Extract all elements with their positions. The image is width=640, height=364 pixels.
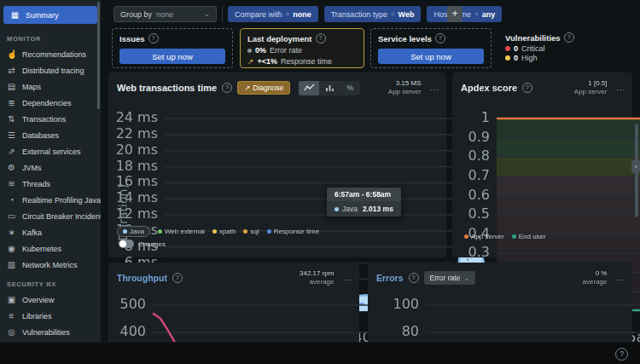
legend-label: Response time	[274, 228, 319, 235]
panel-menu-button[interactable]: ...	[616, 274, 625, 282]
legend-item-response-time[interactable]: Response time	[267, 228, 319, 235]
apdex-summary-label: App server	[574, 88, 608, 96]
help-icon[interactable]: ?	[148, 33, 159, 43]
sidebar: ▦SummaryMONITOR☝Recommendations⇄Distribu…	[0, 0, 101, 364]
critical-dot-icon	[505, 46, 510, 51]
help-icon[interactable]: ?	[435, 33, 445, 43]
help-icon[interactable]: ?	[522, 83, 532, 93]
help-button[interactable]: ?	[615, 348, 628, 361]
sidebar-item-kafka[interactable]: ∗Kafka	[0, 224, 101, 240]
apdex-summary: 1 [0.5] App server	[574, 79, 608, 97]
filter-pill-host-name[interactable]: Host name=any	[427, 6, 502, 22]
sidebar-item-circuit-breaker-incidents[interactable]: ▭Circuit Breaker Incidents	[0, 208, 101, 224]
panel-menu-button[interactable]: ...	[430, 84, 439, 92]
summary-icon: ▦	[10, 10, 20, 20]
apdex-title: Apdex score	[461, 83, 517, 93]
high-dot-icon	[505, 55, 510, 61]
legend-item-java[interactable]: Java	[117, 226, 150, 237]
percent-toggle[interactable]: %	[340, 81, 360, 95]
kafka-icon: ∗	[7, 228, 16, 237]
filter-pill-transaction-type[interactable]: Transaction type=Web	[324, 6, 422, 22]
legend-label: Java	[130, 228, 144, 235]
response-value: +<1%	[258, 57, 278, 66]
chart-type-segmented-control: %	[299, 81, 360, 95]
line-chart-toggle[interactable]	[299, 81, 319, 95]
filter-operator: =	[286, 10, 290, 18]
help-icon[interactable]: ?	[316, 33, 326, 43]
apdex-summary-value: 1 [0.5]	[574, 79, 608, 88]
gray-dot-icon	[247, 49, 252, 53]
sidebar-section-monitor: MONITOR	[0, 27, 101, 46]
threads-icon: ≋	[7, 179, 16, 188]
sidebar-item-external-services[interactable]: ⇗External services	[0, 143, 101, 159]
sidebar-item-kubernetes[interactable]: ◉Kubernetes	[0, 240, 101, 257]
external-services-icon: ⇗	[7, 147, 16, 156]
legend-item-sql[interactable]: sql	[243, 228, 259, 235]
vulnerabilities-card: Vulnerabilities ? 0 Critical 0 High	[498, 28, 633, 68]
sidebar-item-recommendations[interactable]: ☝Recommendations	[0, 46, 101, 62]
sidebar-item-label: Realtime Profiling Java	[22, 196, 101, 205]
sidebar-item-label: JVMs	[22, 164, 42, 172]
panel-menu-button[interactable]: ...	[343, 274, 352, 282]
tooltip-series-row: Java 2.013 ms	[327, 201, 401, 217]
help-icon[interactable]: ?	[222, 83, 232, 93]
sidebar-item-summary[interactable]: ▦Summary	[3, 6, 97, 24]
bar-chart-toggle[interactable]	[319, 81, 340, 95]
sidebar-item-label: Dependencies	[22, 99, 72, 107]
add-filter-button[interactable]: +	[447, 6, 463, 22]
sidebar-item-databases[interactable]: ☰Databases	[0, 127, 101, 143]
sidebar-item-threads[interactable]: ≋Threads	[0, 176, 101, 192]
sidebar-item-dependencies[interactable]: ≣Dependencies	[0, 95, 101, 111]
sidebar-item-vulnerabilities[interactable]: ◎Vulnerabilities	[0, 324, 101, 340]
filter-pill-compare-with[interactable]: Compare with=none	[228, 6, 318, 22]
issues-title: Issues ?	[119, 33, 225, 43]
sidebar-item-libraries[interactable]: ≡Libraries	[0, 308, 101, 324]
legend-dot-icon	[123, 229, 127, 234]
sidebar-item-label: Recommendations	[22, 50, 86, 59]
errors-title[interactable]: Errors	[376, 273, 404, 283]
error-rate-row: 0% Error rate	[247, 46, 357, 55]
legend-dot-icon	[158, 229, 162, 234]
filter-operator: =	[391, 10, 395, 18]
collapse-panel-button[interactable]: ‹	[631, 160, 640, 173]
footer-bar: ?	[0, 342, 640, 364]
filter-operator: =	[474, 10, 479, 18]
changes-toggle[interactable]	[119, 240, 134, 248]
group-by-select[interactable]: Group by none ⌄	[113, 6, 217, 22]
sidebar-item-label: Libraries	[22, 312, 52, 321]
legend-item-xpath[interactable]: xpath	[212, 228, 236, 235]
legend-item-app-server[interactable]: App server	[464, 233, 504, 240]
legend-item-web-external[interactable]: Web external	[158, 228, 205, 235]
sidebar-item-transactions[interactable]: ⇅Transactions	[0, 111, 101, 127]
sidebar-item-network-metrics[interactable]: ▥Network Metrics	[0, 257, 101, 273]
sidebar-item-realtime-profiling-java[interactable]: ◔Realtime Profiling Java	[0, 192, 101, 208]
group-by-label: Group by	[120, 10, 152, 19]
error-rate-dropdown[interactable]: Error rate ⌄	[424, 271, 476, 285]
sidebar-item-distributed-tracing[interactable]: ⇄Distributed tracing	[0, 62, 101, 78]
sidebar-item-maps[interactable]: ▤Maps	[0, 78, 101, 95]
help-icon[interactable]: ?	[409, 273, 419, 283]
service-levels-setup-button[interactable]: Set up now	[378, 49, 484, 64]
sidebar-item-jvms[interactable]: ⚙JVMs	[0, 159, 101, 176]
diagnose-button[interactable]: ↗ Diagnose	[237, 81, 290, 95]
legend-item-end-user[interactable]: End user	[512, 233, 546, 240]
help-icon[interactable]: ?	[564, 32, 574, 43]
web-transactions-legend: JavaWeb externalxpathsqlResponse time	[117, 226, 319, 237]
panel-menu-button[interactable]: ...	[616, 84, 625, 92]
sidebar-scrollbar[interactable]	[97, 2, 100, 109]
sidebar-item-overview[interactable]: ▣Overview	[0, 292, 101, 308]
throughput-title[interactable]: Throughput	[117, 273, 167, 283]
help-icon[interactable]: ?	[172, 273, 183, 283]
vulnerabilities-icon: ◎	[7, 327, 16, 337]
monitor-icon: ▭	[7, 211, 16, 221]
trend-up-icon: ↗	[247, 57, 254, 66]
sidebar-item-label: Distributed tracing	[22, 66, 84, 75]
issues-setup-button[interactable]: Set up now	[119, 49, 225, 64]
topbar-divider	[222, 6, 223, 22]
apdex-panel: Apdex score ? 1 [0.5] App server ... App…	[452, 72, 632, 257]
legend-dot-icon	[243, 229, 247, 234]
issues-card: Issues ? Set up now	[112, 28, 233, 68]
group-by-value: none	[156, 10, 173, 19]
legend-dot-icon	[512, 234, 516, 239]
diagnose-label: Diagnose	[253, 84, 283, 92]
